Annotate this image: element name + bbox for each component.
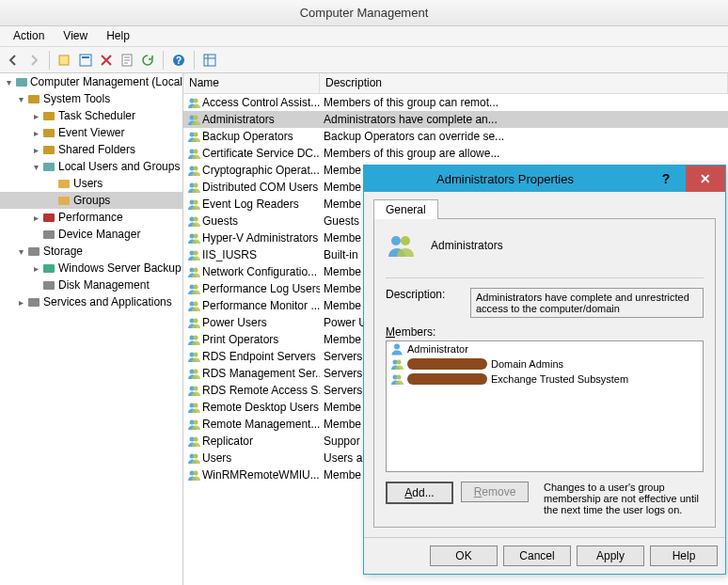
- svg-point-67: [391, 236, 401, 245]
- separator: [163, 51, 164, 70]
- tree-item-task_scheduler[interactable]: ▸Task Scheduler: [0, 107, 182, 124]
- description-label: Description:: [386, 288, 470, 301]
- menu-help[interactable]: Help: [97, 26, 139, 46]
- svg-point-46: [194, 302, 198, 307]
- tree-item-groups[interactable]: Groups: [0, 192, 182, 209]
- tree-item-disk_mgmt[interactable]: Disk Management: [0, 277, 182, 293]
- group-header: Administrators: [386, 230, 704, 261]
- dialog-buttons: OK Cancel Apply Help: [364, 537, 725, 574]
- tree-item-event_viewer[interactable]: ▸Event Viewer: [0, 124, 182, 141]
- svg-point-32: [194, 183, 198, 188]
- svg-point-73: [397, 375, 402, 380]
- tree-item-system_tools[interactable]: ▾System Tools: [0, 90, 182, 107]
- svg-rect-12: [43, 163, 55, 171]
- tree-pane[interactable]: ▾Computer Management (Local▾System Tools…: [0, 73, 183, 585]
- refresh-button[interactable]: [138, 51, 157, 70]
- list-row[interactable]: AdministratorsAdministrators have comple…: [183, 111, 728, 128]
- svg-point-26: [194, 133, 198, 137]
- svg-point-69: [394, 344, 400, 350]
- view-button[interactable]: [76, 51, 95, 70]
- svg-rect-14: [58, 197, 70, 205]
- svg-rect-18: [43, 264, 55, 273]
- menu-view[interactable]: View: [54, 26, 97, 46]
- tree-item-shared_folders[interactable]: ▸Shared Folders: [0, 141, 182, 158]
- properties-dialog: Administrators Properties ? ✕ General Ad…: [363, 165, 726, 575]
- group-name-text: Administrators: [431, 239, 503, 252]
- ok-button[interactable]: OK: [430, 545, 498, 566]
- svg-point-60: [194, 420, 198, 425]
- svg-point-58: [194, 403, 198, 408]
- member-row[interactable]: Exchange Trusted Subsystem: [387, 372, 703, 387]
- svg-rect-13: [58, 180, 70, 188]
- svg-point-24: [194, 116, 198, 120]
- tree-item-users[interactable]: Users: [0, 175, 182, 192]
- svg-rect-9: [43, 112, 55, 120]
- add-button[interactable]: Add...: [386, 482, 453, 504]
- svg-rect-10: [43, 129, 55, 137]
- members-label: Members:: [386, 325, 704, 339]
- group-icon: [386, 230, 416, 261]
- tree-item-root[interactable]: ▾Computer Management (Local: [0, 73, 182, 90]
- toolbar: ?: [0, 47, 728, 73]
- svg-rect-17: [28, 247, 40, 256]
- menu-action[interactable]: Action: [4, 26, 54, 46]
- col-name[interactable]: Name: [183, 73, 320, 93]
- svg-point-68: [401, 236, 410, 245]
- menubar: Action View Help: [0, 26, 728, 47]
- tree-item-local_users[interactable]: ▾Local Users and Groups: [0, 158, 182, 175]
- svg-rect-15: [43, 213, 55, 222]
- svg-rect-2: [82, 56, 89, 58]
- svg-point-71: [397, 360, 402, 365]
- svg-point-30: [194, 166, 198, 171]
- svg-rect-19: [43, 281, 55, 290]
- list-view-button[interactable]: [200, 51, 219, 70]
- tree-item-services_apps[interactable]: ▸Services and Applications: [0, 293, 182, 310]
- svg-point-62: [194, 437, 198, 442]
- new-button[interactable]: [55, 51, 74, 70]
- list-row[interactable]: Certificate Service DC...Members of this…: [183, 145, 728, 162]
- apply-button[interactable]: Apply: [577, 545, 644, 566]
- svg-point-44: [194, 285, 198, 290]
- properties-button[interactable]: [118, 51, 136, 70]
- member-row[interactable]: Administrator: [387, 341, 703, 356]
- tree-item-device_manager[interactable]: Device Manager: [0, 226, 182, 243]
- window-titlebar: Computer Management: [0, 0, 728, 26]
- tree-item-storage[interactable]: ▾Storage: [0, 243, 182, 260]
- list-row[interactable]: Access Control Assist...Members of this …: [183, 94, 728, 111]
- svg-point-54: [194, 370, 198, 374]
- svg-point-36: [194, 217, 198, 222]
- svg-rect-8: [28, 95, 40, 103]
- back-button[interactable]: [4, 51, 23, 70]
- description-field[interactable]: Administrators have complete and unrestr…: [470, 288, 704, 318]
- svg-point-28: [194, 150, 198, 154]
- members-list[interactable]: AdministratorDomain AdminsExchange Trust…: [386, 340, 704, 472]
- tree-item-server_backup[interactable]: ▸Windows Server Backup: [0, 260, 182, 277]
- svg-rect-16: [43, 230, 55, 239]
- membership-note: Changes to a user's group membership are…: [544, 482, 704, 515]
- list-header: Name Description: [183, 73, 728, 94]
- dialog-title: Administrators Properties: [364, 172, 646, 186]
- tab-general[interactable]: General: [373, 199, 438, 219]
- svg-point-66: [194, 471, 198, 476]
- tree-item-performance[interactable]: ▸Performance: [0, 209, 182, 226]
- separator: [49, 51, 50, 70]
- cancel-button[interactable]: Cancel: [503, 545, 571, 566]
- help-button[interactable]: ?: [169, 51, 188, 70]
- svg-point-50: [194, 336, 198, 340]
- tabstrip: General: [373, 199, 716, 219]
- svg-point-22: [194, 99, 198, 103]
- col-desc[interactable]: Description: [320, 73, 728, 93]
- member-row[interactable]: Domain Admins: [387, 356, 703, 372]
- dialog-titlebar[interactable]: Administrators Properties ? ✕: [364, 166, 725, 192]
- dialog-help-button[interactable]: ?: [646, 166, 686, 192]
- help-button[interactable]: Help: [650, 545, 718, 566]
- svg-rect-11: [43, 146, 55, 154]
- forward-button[interactable]: [24, 51, 43, 70]
- svg-point-52: [194, 353, 198, 357]
- svg-point-38: [194, 234, 198, 239]
- window-title: Computer Management: [300, 6, 429, 20]
- delete-button[interactable]: [97, 51, 116, 70]
- close-icon[interactable]: ✕: [686, 166, 725, 192]
- svg-text:?: ?: [176, 55, 182, 66]
- list-row[interactable]: Backup OperatorsBackup Operators can ove…: [183, 128, 728, 145]
